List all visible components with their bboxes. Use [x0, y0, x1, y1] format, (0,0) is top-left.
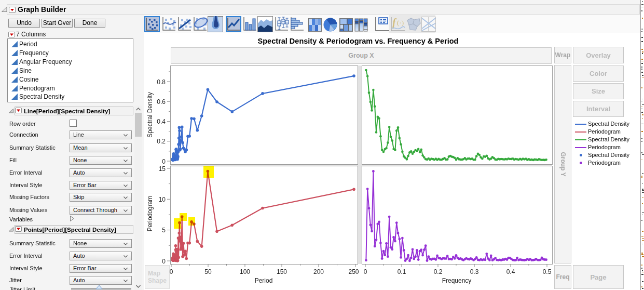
svg-text:250: 250	[348, 268, 359, 275]
svg-text:150: 150	[277, 268, 287, 275]
svg-text:Periodogram: Periodogram	[146, 196, 154, 232]
svg-text:15: 15	[159, 165, 166, 173]
svg-text:Period: Period	[255, 277, 273, 284]
svg-text:5: 5	[162, 227, 166, 234]
svg-text:0.2: 0.2	[434, 268, 443, 275]
svg-text:Frequency: Frequency	[442, 277, 472, 284]
svg-text:0.4: 0.4	[157, 118, 166, 125]
svg-text:100: 100	[240, 268, 250, 275]
svg-text:0.5: 0.5	[543, 268, 552, 275]
svg-text:0: 0	[162, 258, 166, 265]
svg-text:0.8: 0.8	[157, 78, 166, 86]
svg-text:0.3: 0.3	[470, 268, 479, 275]
svg-text:0.6: 0.6	[157, 98, 166, 106]
svg-text:200: 200	[313, 268, 324, 275]
svg-text:0: 0	[162, 158, 166, 165]
svg-text:0: 0	[170, 268, 173, 275]
svg-text:0.4: 0.4	[506, 268, 515, 275]
svg-text:0.1: 0.1	[398, 268, 406, 275]
svg-text:0: 0	[364, 268, 367, 275]
svg-text:0.2: 0.2	[157, 138, 166, 145]
svg-text:Spectral Density: Spectral Density	[146, 92, 154, 137]
svg-text:10: 10	[159, 196, 166, 203]
svg-text:50: 50	[204, 268, 212, 275]
